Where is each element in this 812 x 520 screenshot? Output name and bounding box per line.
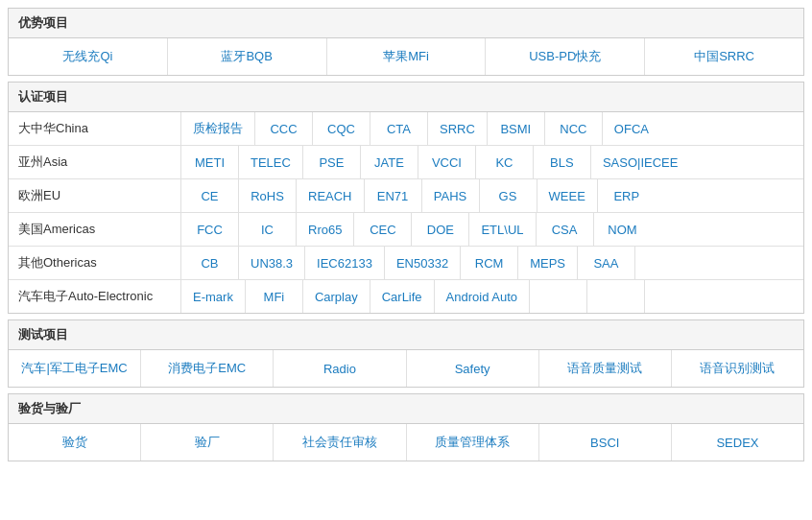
cert-row-cells: E-markMFiCarplayCarLifeAndroid Auto--- (181, 280, 803, 313)
cert-cell[interactable]: FCC (181, 213, 239, 246)
inspection-item[interactable]: SEDEX (672, 424, 803, 461)
cert-cell[interactable]: OFCA (603, 112, 660, 145)
cert-cell[interactable]: Carplay (303, 280, 370, 313)
cert-cell[interactable]: SAA (578, 247, 635, 279)
cert-row: 大中华China质检报告CCCCQCCTASRRCBSMINCCOFCA (9, 112, 803, 146)
cert-cell: - (530, 280, 587, 313)
testing-section: 测试项目 汽车|军工电子EMC消费电子EMCRadioSafety语音质量测试语… (8, 319, 804, 388)
advantage-header: 优势项目 (9, 9, 803, 38)
cert-cell[interactable]: Rro65 (297, 213, 354, 246)
cert-cell[interactable]: CE (181, 179, 239, 212)
cert-row: 汽车电子Auto-ElectronicE-markMFiCarplayCarLi… (9, 280, 803, 313)
cert-cell[interactable]: KC (476, 146, 534, 178)
cert-cell[interactable]: UN38.3 (239, 247, 305, 279)
cert-cell[interactable]: PSE (303, 146, 361, 178)
cert-cell[interactable]: BSMI (488, 112, 545, 145)
cert-cell[interactable]: RoHS (239, 179, 297, 212)
cert-row-label: 汽车电子Auto-Electronic (9, 280, 181, 313)
cert-row-label: 大中华China (9, 112, 181, 145)
cert-row-cells: 质检报告CCCCQCCTASRRCBSMINCCOFCA (181, 112, 803, 145)
inspection-item[interactable]: 验厂 (141, 424, 274, 461)
cert-cell[interactable]: E-mark (181, 280, 246, 313)
inspection-item[interactable]: 验货 (9, 424, 141, 461)
cert-row-label: 其他Othericas (9, 247, 181, 279)
cert-cell: - (635, 247, 693, 279)
cert-cell[interactable]: CQC (313, 112, 370, 145)
cert-cell[interactable]: NCC (545, 112, 603, 145)
cert-cell[interactable]: RCM (461, 247, 518, 279)
cert-cell[interactable]: IC (239, 213, 297, 246)
testing-item[interactable]: 语音识别测试 (672, 350, 803, 387)
cert-cell[interactable]: NOM (594, 213, 652, 246)
cert-row-label: 亚州Asia (9, 146, 181, 178)
testing-item[interactable]: 语音质量测试 (539, 350, 672, 387)
certification-header: 认证项目 (9, 83, 803, 112)
cert-cell[interactable]: MEPS (518, 247, 578, 279)
advantage-item[interactable]: 中国SRRC (645, 38, 803, 75)
cert-cell[interactable]: PAHS (422, 179, 480, 212)
advantage-item[interactable]: 苹果MFi (327, 38, 487, 75)
cert-row-cells: CERoHSREACHEN71PAHSGSWEEEERP (181, 179, 803, 212)
cert-cell[interactable]: SRRC (428, 112, 488, 145)
testing-row: 汽车|军工电子EMC消费电子EMCRadioSafety语音质量测试语音识别测试 (9, 350, 803, 387)
cert-cell[interactable]: CB (181, 247, 239, 279)
testing-item[interactable]: Radio (274, 350, 406, 387)
certification-section: 认证项目 大中华China质检报告CCCCQCCTASRRCBSMINCCOFC… (8, 82, 804, 314)
testing-item[interactable]: Safety (407, 350, 539, 387)
advantage-item[interactable]: 无线充Qi (9, 38, 168, 75)
testing-header: 测试项目 (9, 320, 803, 350)
cert-cell[interactable]: MFi (246, 280, 303, 313)
inspection-item[interactable]: 社会责任审核 (274, 424, 406, 461)
advantage-row: 无线充Qi蓝牙BQB苹果MFiUSB-PD快充中国SRRC (9, 38, 803, 75)
cert-row: 美国AmericasFCCICRro65CECDOEETL\ULCSANOM (9, 213, 803, 247)
cert-row-label: 欧洲EU (9, 179, 181, 212)
cert-cell[interactable]: CSA (537, 213, 594, 246)
cert-row-cells: METITELECPSEJATEVCCIKCBLSSASO|IECEE (181, 146, 803, 178)
cert-row-cells: FCCICRro65CECDOEETL\ULCSANOM (181, 213, 803, 246)
cert-cell[interactable]: CTA (370, 112, 428, 145)
cert-row: 欧洲EUCERoHSREACHEN71PAHSGSWEEEERP (9, 179, 803, 213)
cert-cell[interactable]: TELEC (239, 146, 303, 178)
inspection-item[interactable]: BSCI (539, 424, 672, 461)
advantage-item[interactable]: USB-PD快充 (486, 38, 645, 75)
testing-item[interactable]: 消费电子EMC (141, 350, 274, 387)
cert-cell[interactable]: CarLife (370, 280, 435, 313)
cert-cell[interactable]: CCC (255, 112, 313, 145)
cert-cell[interactable]: CEC (354, 213, 412, 246)
cert-cell[interactable]: WEEE (537, 179, 598, 212)
cert-cell[interactable]: METI (181, 146, 239, 178)
cert-cell[interactable]: BLS (534, 146, 591, 178)
certification-rows: 大中华China质检报告CCCCQCCTASRRCBSMINCCOFCA亚州As… (9, 112, 803, 313)
cert-cell[interactable]: SASO|IECEE (591, 146, 690, 178)
inspection-row: 验货验厂社会责任审核质量管理体系BSCISEDEX (9, 424, 803, 461)
advantage-section: 优势项目 无线充Qi蓝牙BQB苹果MFiUSB-PD快充中国SRRC (8, 8, 804, 76)
cert-row: 其他OthericasCBUN38.3IEC62133EN50332RCMMEP… (9, 247, 803, 280)
advantage-item[interactable]: 蓝牙BQB (168, 38, 327, 75)
cert-cell[interactable]: DOE (412, 213, 469, 246)
cert-cell[interactable]: GS (480, 179, 537, 212)
cert-cell[interactable]: JATE (361, 146, 418, 178)
inspection-header: 验货与验厂 (9, 394, 803, 424)
cert-cell[interactable]: EN71 (365, 179, 422, 212)
inspection-item[interactable]: 质量管理体系 (407, 424, 539, 461)
cert-row-cells: CBUN38.3IEC62133EN50332RCMMEPSSAA- (181, 247, 803, 279)
cert-cell[interactable]: 质检报告 (181, 112, 255, 145)
cert-cell[interactable]: VCCI (418, 146, 476, 178)
cert-cell: - (587, 280, 645, 313)
cert-cell[interactable]: Android Auto (435, 280, 530, 313)
inspection-section: 验货与验厂 验货验厂社会责任审核质量管理体系BSCISEDEX (8, 393, 804, 461)
cert-cell: - (645, 280, 703, 313)
cert-cell[interactable]: ETL\UL (469, 213, 536, 246)
cert-cell[interactable]: REACH (297, 179, 365, 212)
cert-cell[interactable]: ERP (598, 179, 656, 212)
cert-row: 亚州AsiaMETITELECPSEJATEVCCIKCBLSSASO|IECE… (9, 146, 803, 179)
main-container: 优势项目 无线充Qi蓝牙BQB苹果MFiUSB-PD快充中国SRRC 认证项目 … (0, 0, 812, 469)
cert-row-label: 美国Americas (9, 213, 181, 246)
testing-item[interactable]: 汽车|军工电子EMC (9, 350, 141, 387)
cert-cell[interactable]: IEC62133 (305, 247, 385, 279)
cert-cell[interactable]: EN50332 (385, 247, 461, 279)
